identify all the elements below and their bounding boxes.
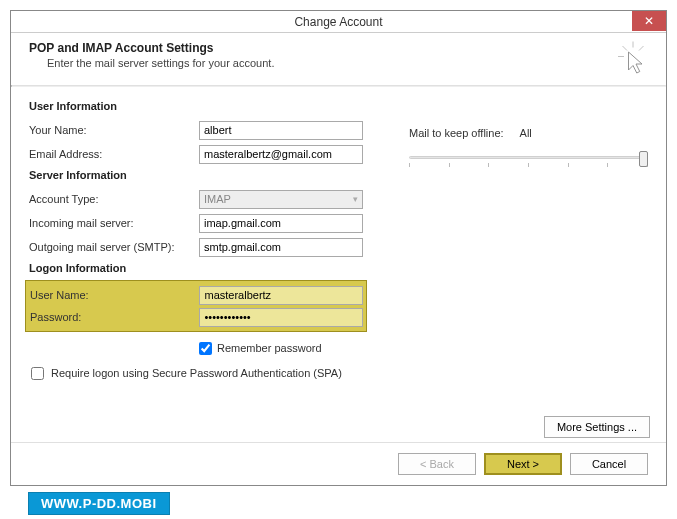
more-settings-button[interactable]: More Settings ... — [544, 416, 650, 438]
content-area: User Information Your Name: Email Addres… — [11, 87, 666, 442]
slider-thumb[interactable] — [639, 151, 648, 167]
label-outgoing: Outgoing mail server (SMTP): — [29, 241, 199, 253]
mail-keep-row: Mail to keep offline: All — [409, 127, 648, 139]
label-remember: Remember password — [217, 342, 322, 354]
header-subtitle: Enter the mail server settings for your … — [29, 57, 274, 69]
label-incoming: Incoming mail server: — [29, 217, 199, 229]
label-mail-keep: Mail to keep offline: — [409, 127, 504, 139]
spa-checkbox[interactable] — [31, 367, 44, 380]
label-account-type: Account Type: — [29, 193, 199, 205]
watermark-tag: WWW.P-DD.MOBI — [28, 492, 170, 515]
label-username: User Name: — [30, 289, 199, 301]
remember-password-checkbox[interactable] — [199, 342, 212, 355]
dialog-footer: < Back Next > Cancel — [11, 442, 666, 485]
cursor-click-icon — [618, 41, 648, 75]
account-type-value: IMAP — [204, 193, 231, 205]
mail-keep-value: All — [520, 127, 532, 139]
svg-line-1 — [623, 46, 628, 51]
password-input[interactable] — [199, 308, 363, 327]
chevron-down-icon: ▾ — [353, 194, 358, 204]
next-button[interactable]: Next > — [484, 453, 562, 475]
section-server-info: Server Information — [29, 169, 369, 181]
svg-line-2 — [639, 46, 644, 51]
account-type-select: IMAP ▾ — [199, 190, 363, 209]
mail-keep-slider[interactable] — [409, 149, 648, 167]
your-name-input[interactable] — [199, 121, 363, 140]
label-email: Email Address: — [29, 148, 199, 160]
cancel-button[interactable]: Cancel — [570, 453, 648, 475]
label-password: Password: — [30, 311, 199, 323]
outgoing-server-input[interactable] — [199, 238, 363, 257]
close-button[interactable]: ✕ — [632, 11, 666, 31]
incoming-server-input[interactable] — [199, 214, 363, 233]
window-title: Change Account — [294, 15, 382, 29]
change-account-dialog: Change Account ✕ POP and IMAP Account Se… — [10, 10, 667, 486]
section-user-info: User Information — [29, 100, 369, 112]
dialog-header: POP and IMAP Account Settings Enter the … — [11, 33, 666, 85]
back-button: < Back — [398, 453, 476, 475]
email-input[interactable] — [199, 145, 363, 164]
label-your-name: Your Name: — [29, 124, 199, 136]
titlebar: Change Account ✕ — [11, 11, 666, 33]
close-icon: ✕ — [644, 14, 654, 28]
slider-track — [409, 156, 648, 159]
section-logon-info: Logon Information — [29, 262, 369, 274]
label-spa: Require logon using Secure Password Auth… — [51, 366, 342, 380]
logon-highlight: User Name: Password: — [25, 280, 367, 332]
slider-ticks — [409, 163, 648, 167]
username-input[interactable] — [199, 286, 363, 305]
header-title: POP and IMAP Account Settings — [29, 41, 274, 55]
